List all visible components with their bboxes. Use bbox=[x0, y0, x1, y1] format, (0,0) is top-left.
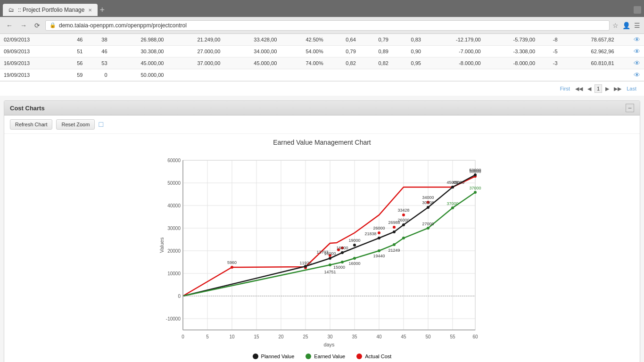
svg-text:25: 25 bbox=[303, 334, 308, 339]
cell-col4: 30.308,00 bbox=[111, 46, 168, 58]
cell-date: 02/09/2013 bbox=[0, 34, 62, 46]
table-row: 02/09/2013 46 38 26.988,00 21.249,00 33.… bbox=[0, 34, 644, 46]
svg-point-67 bbox=[329, 257, 331, 260]
svg-text:Values: Values bbox=[159, 237, 165, 253]
row-view-icon[interactable]: 👁 bbox=[634, 59, 640, 67]
svg-text:15: 15 bbox=[254, 334, 259, 339]
svg-point-82 bbox=[474, 173, 477, 176]
legend-earned-dot bbox=[305, 354, 311, 359]
cell-col11: -8.000,00 bbox=[425, 58, 485, 69]
svg-text:5: 5 bbox=[206, 334, 209, 339]
svg-text:30: 30 bbox=[327, 334, 333, 339]
refresh-chart-button[interactable]: Refresh Chart bbox=[10, 119, 52, 130]
cell-date: 16/09/2013 bbox=[0, 58, 62, 69]
svg-rect-0 bbox=[183, 160, 475, 330]
window-control[interactable] bbox=[634, 6, 641, 14]
svg-text:55: 55 bbox=[450, 334, 455, 339]
cell-col3: 38 bbox=[86, 34, 111, 46]
cell-col11: -12.179,00 bbox=[425, 34, 485, 46]
cell-col5: 21.249,00 bbox=[167, 34, 224, 46]
pagination-first-link[interactable]: First bbox=[558, 85, 572, 92]
svg-text:27000: 27000 bbox=[422, 222, 434, 226]
active-tab[interactable]: 🗂 :: Project Portfolio Manage ✕ bbox=[3, 4, 98, 16]
navigation-bar: ← → ⟳ 🔒 demo.talaia-openppm.com/openppm/… bbox=[0, 17, 644, 34]
pagination-next-double-icon[interactable]: ▶▶ bbox=[612, 85, 623, 93]
browser-actions: ☆ 👤 ☰ bbox=[612, 22, 640, 29]
svg-point-73 bbox=[378, 237, 380, 239]
tab-favicon: 🗂 bbox=[8, 7, 14, 13]
cell-col6: 34.000,00 bbox=[224, 46, 281, 58]
account-icon[interactable]: 👤 bbox=[622, 22, 630, 29]
evm-chart-svg: 60000 50000 40000 30000 20000 10000 0 -1… bbox=[157, 151, 487, 349]
chart-legend: Planned Value Earned Value Actual Cost bbox=[14, 354, 630, 359]
bookmark-star-icon[interactable]: ☆ bbox=[612, 22, 619, 29]
legend-actual: Actual Cost bbox=[356, 354, 391, 359]
svg-text:50: 50 bbox=[425, 334, 431, 339]
cell-col13: -5 bbox=[539, 46, 561, 58]
pagination-prev-icon[interactable]: ◀ bbox=[586, 85, 593, 93]
svg-point-80 bbox=[451, 186, 454, 189]
reset-zoom-button[interactable]: Reset Zoom bbox=[56, 119, 95, 130]
svg-text:16000: 16000 bbox=[336, 246, 348, 250]
cost-charts-title: Cost Charts bbox=[10, 105, 45, 112]
svg-text:50000: 50000 bbox=[167, 181, 181, 186]
cell-col12: -3.308,00 bbox=[485, 46, 539, 58]
svg-point-90 bbox=[378, 249, 380, 252]
svg-text:16000: 16000 bbox=[324, 251, 336, 256]
svg-text:33428: 33428 bbox=[397, 208, 409, 213]
legend-earned-label: Earned Value bbox=[314, 354, 345, 359]
svg-text:26000: 26000 bbox=[397, 218, 409, 222]
browser-window: 🗂 :: Project Portfolio Manage ✕ + ← → ⟳ … bbox=[0, 0, 644, 34]
cell-date: 09/09/2013 bbox=[0, 46, 62, 58]
pagination-next-icon[interactable]: ▶ bbox=[604, 85, 611, 93]
chart-svg-wrapper: 60000 50000 40000 30000 20000 10000 0 -1… bbox=[14, 151, 630, 349]
chart-container: Earned Value Management Chart bbox=[4, 134, 640, 362]
pagination-prev-double-icon[interactable]: ◀◀ bbox=[574, 85, 584, 93]
new-tab-button[interactable]: + bbox=[99, 5, 105, 15]
cell-col5: 27.000,00 bbox=[167, 46, 224, 58]
pagination-last-link[interactable]: Last bbox=[625, 85, 638, 92]
svg-point-84 bbox=[329, 263, 331, 266]
cell-col3: 53 bbox=[86, 58, 111, 69]
pagination-current-page: 1 bbox=[594, 84, 602, 93]
cell-col12: -8.000,00 bbox=[485, 58, 539, 69]
svg-text:45: 45 bbox=[401, 334, 406, 339]
cell-col2: 51 bbox=[62, 46, 86, 58]
svg-point-99 bbox=[474, 191, 477, 194]
svg-point-58 bbox=[402, 214, 405, 216]
legend-planned-label: Planned Value bbox=[261, 354, 295, 359]
svg-text:15000: 15000 bbox=[333, 265, 345, 270]
svg-text:30000: 30000 bbox=[167, 226, 181, 231]
cell-col4: 45.000,00 bbox=[111, 58, 168, 69]
svg-point-54 bbox=[378, 231, 380, 234]
project-data-table: 02/09/2013 46 38 26.988,00 21.249,00 33.… bbox=[0, 34, 644, 81]
chart-expand-icon[interactable]: □ bbox=[99, 120, 103, 129]
forward-button[interactable]: → bbox=[18, 21, 29, 30]
svg-point-46 bbox=[231, 266, 233, 269]
cell-col4: 50.000,00 bbox=[111, 69, 168, 81]
minimize-section-button[interactable]: − bbox=[626, 104, 634, 112]
reload-button[interactable]: ⟳ bbox=[32, 21, 42, 30]
cell-col10: 0,90 bbox=[392, 46, 425, 58]
row-view-icon[interactable]: 👁 bbox=[634, 71, 640, 79]
svg-text:20: 20 bbox=[278, 334, 284, 339]
cell-col3: 0 bbox=[86, 69, 111, 81]
table-row: 19/09/2013 59 0 50.000,00 👁 bbox=[0, 69, 644, 81]
tab-close-button[interactable]: ✕ bbox=[88, 8, 92, 13]
address-bar[interactable]: 🔒 demo.talaia-openppm.com/openppm/projec… bbox=[45, 20, 610, 31]
svg-point-92 bbox=[393, 243, 396, 246]
table-row: 09/09/2013 51 46 30.308,00 27.000,00 34.… bbox=[0, 46, 644, 58]
svg-point-97 bbox=[451, 206, 454, 209]
tab-bar: 🗂 :: Project Portfolio Manage ✕ + bbox=[0, 0, 644, 17]
data-table-section: 02/09/2013 46 38 26.988,00 21.249,00 33.… bbox=[0, 34, 644, 81]
cost-charts-section: Cost Charts − Refresh Chart Reset Zoom □… bbox=[4, 100, 640, 362]
svg-text:5960: 5960 bbox=[227, 260, 237, 265]
menu-icon[interactable]: ☰ bbox=[634, 22, 640, 29]
svg-text:35: 35 bbox=[352, 334, 357, 339]
row-view-icon[interactable]: 👁 bbox=[634, 36, 640, 43]
back-button[interactable]: ← bbox=[4, 21, 15, 30]
cell-col9: 0,89 bbox=[360, 46, 392, 58]
row-view-icon[interactable]: 👁 bbox=[634, 48, 640, 55]
cell-col12: -5.739,00 bbox=[485, 34, 539, 46]
svg-text:14751: 14751 bbox=[324, 270, 336, 274]
